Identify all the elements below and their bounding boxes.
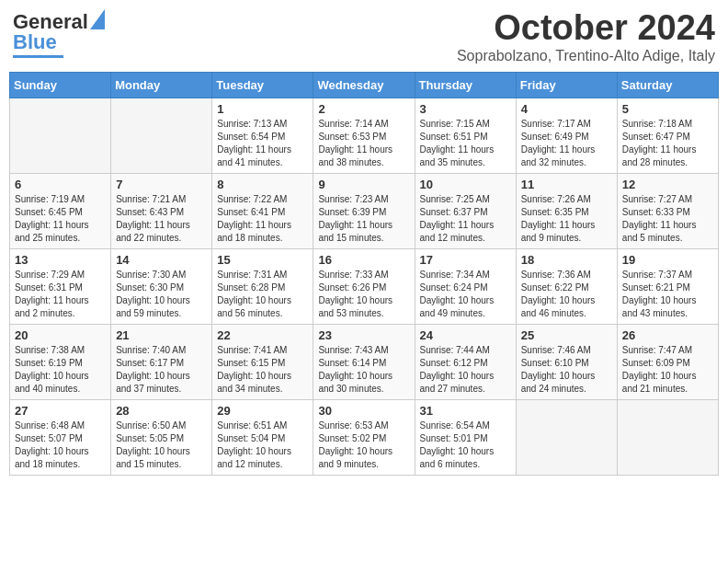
calendar-cell: 3Sunrise: 7:15 AM Sunset: 6:51 PM Daylig… xyxy=(415,98,516,173)
day-number: 3 xyxy=(420,102,511,116)
day-of-week-header: Thursday xyxy=(415,72,516,98)
day-info: Sunrise: 7:21 AM Sunset: 6:43 PM Dayligh… xyxy=(116,193,207,245)
day-info: Sunrise: 7:46 AM Sunset: 6:10 PM Dayligh… xyxy=(521,344,612,396)
day-number: 21 xyxy=(116,328,207,342)
calendar-cell: 6Sunrise: 7:19 AM Sunset: 6:45 PM Daylig… xyxy=(10,173,111,248)
title-section: October 2024 Soprabolzano, Trentino-Alto… xyxy=(457,9,715,64)
day-info: Sunrise: 7:34 AM Sunset: 6:24 PM Dayligh… xyxy=(420,269,511,320)
svg-marker-0 xyxy=(90,9,105,29)
day-info: Sunrise: 7:23 AM Sunset: 6:39 PM Dayligh… xyxy=(318,193,409,245)
calendar-cell xyxy=(516,399,617,475)
day-number: 28 xyxy=(116,404,207,418)
day-info: Sunrise: 7:37 AM Sunset: 6:21 PM Dayligh… xyxy=(622,269,713,320)
day-number: 13 xyxy=(15,253,106,267)
day-number: 31 xyxy=(420,404,511,418)
calendar-cell: 2Sunrise: 7:14 AM Sunset: 6:53 PM Daylig… xyxy=(313,98,415,173)
day-info: Sunrise: 7:29 AM Sunset: 6:31 PM Dayligh… xyxy=(15,269,106,320)
day-number: 4 xyxy=(521,102,612,116)
day-number: 7 xyxy=(116,178,207,191)
calendar-cell: 14Sunrise: 7:30 AM Sunset: 6:30 PM Dayli… xyxy=(111,248,212,324)
day-of-week-header: Sunday xyxy=(10,72,111,98)
day-info: Sunrise: 7:17 AM Sunset: 6:49 PM Dayligh… xyxy=(521,118,612,169)
day-info: Sunrise: 7:47 AM Sunset: 6:09 PM Dayligh… xyxy=(622,344,713,396)
day-of-week-header: Friday xyxy=(516,72,617,98)
calendar-cell: 12Sunrise: 7:27 AM Sunset: 6:33 PM Dayli… xyxy=(617,173,718,248)
day-number: 30 xyxy=(318,404,409,418)
day-info: Sunrise: 7:43 AM Sunset: 6:14 PM Dayligh… xyxy=(318,344,409,396)
day-info: Sunrise: 7:38 AM Sunset: 6:19 PM Dayligh… xyxy=(15,344,106,396)
calendar-cell xyxy=(10,98,111,173)
day-info: Sunrise: 7:13 AM Sunset: 6:54 PM Dayligh… xyxy=(217,118,308,169)
calendar-cell: 24Sunrise: 7:44 AM Sunset: 6:12 PM Dayli… xyxy=(415,324,516,399)
calendar-cell: 21Sunrise: 7:40 AM Sunset: 6:17 PM Dayli… xyxy=(111,324,212,399)
calendar-cell: 19Sunrise: 7:37 AM Sunset: 6:21 PM Dayli… xyxy=(617,248,718,324)
day-info: Sunrise: 7:31 AM Sunset: 6:28 PM Dayligh… xyxy=(217,269,308,320)
calendar-cell: 22Sunrise: 7:41 AM Sunset: 6:15 PM Dayli… xyxy=(212,324,313,399)
calendar-cell: 31Sunrise: 6:54 AM Sunset: 5:01 PM Dayli… xyxy=(415,399,516,475)
day-info: Sunrise: 7:40 AM Sunset: 6:17 PM Dayligh… xyxy=(116,344,207,396)
day-number: 19 xyxy=(622,253,713,267)
day-number: 18 xyxy=(521,253,612,267)
logo-triangle-icon xyxy=(90,9,105,33)
calendar-cell: 25Sunrise: 7:46 AM Sunset: 6:10 PM Dayli… xyxy=(516,324,617,399)
day-number: 10 xyxy=(420,178,511,191)
day-number: 11 xyxy=(521,178,612,191)
day-of-week-header: Tuesday xyxy=(212,72,313,98)
day-info: Sunrise: 7:22 AM Sunset: 6:41 PM Dayligh… xyxy=(217,193,308,245)
day-of-week-header: Wednesday xyxy=(313,72,415,98)
day-number: 20 xyxy=(15,328,106,342)
day-number: 9 xyxy=(318,178,409,191)
calendar-cell xyxy=(617,399,718,475)
calendar-cell: 29Sunrise: 6:51 AM Sunset: 5:04 PM Dayli… xyxy=(212,399,313,475)
day-number: 17 xyxy=(420,253,511,267)
calendar-cell: 30Sunrise: 6:53 AM Sunset: 5:02 PM Dayli… xyxy=(313,399,415,475)
calendar-cell: 8Sunrise: 7:22 AM Sunset: 6:41 PM Daylig… xyxy=(212,173,313,248)
calendar-cell: 1Sunrise: 7:13 AM Sunset: 6:54 PM Daylig… xyxy=(212,98,313,173)
calendar-table: SundayMondayTuesdayWednesdayThursdayFrid… xyxy=(9,72,719,476)
calendar-cell: 17Sunrise: 7:34 AM Sunset: 6:24 PM Dayli… xyxy=(415,248,516,324)
logo-blue-text: Blue xyxy=(13,31,57,53)
calendar-cell: 16Sunrise: 7:33 AM Sunset: 6:26 PM Dayli… xyxy=(313,248,415,324)
day-info: Sunrise: 7:27 AM Sunset: 6:33 PM Dayligh… xyxy=(622,193,713,245)
calendar-cell: 7Sunrise: 7:21 AM Sunset: 6:43 PM Daylig… xyxy=(111,173,212,248)
day-info: Sunrise: 7:26 AM Sunset: 6:35 PM Dayligh… xyxy=(521,193,612,245)
day-info: Sunrise: 7:30 AM Sunset: 6:30 PM Dayligh… xyxy=(116,269,207,320)
day-number: 8 xyxy=(217,178,308,191)
day-info: Sunrise: 6:50 AM Sunset: 5:05 PM Dayligh… xyxy=(116,419,207,471)
day-number: 23 xyxy=(318,328,409,342)
day-info: Sunrise: 7:25 AM Sunset: 6:37 PM Dayligh… xyxy=(420,193,511,245)
calendar-cell: 20Sunrise: 7:38 AM Sunset: 6:19 PM Dayli… xyxy=(10,324,111,399)
day-info: Sunrise: 7:41 AM Sunset: 6:15 PM Dayligh… xyxy=(217,344,308,396)
page-header: General Blue October 2024 Soprabolzano, … xyxy=(9,9,719,64)
day-of-week-header: Monday xyxy=(111,72,212,98)
day-number: 16 xyxy=(318,253,409,267)
calendar-cell: 15Sunrise: 7:31 AM Sunset: 6:28 PM Dayli… xyxy=(212,248,313,324)
day-of-week-header: Saturday xyxy=(617,72,718,98)
calendar-cell xyxy=(111,98,212,173)
day-info: Sunrise: 7:44 AM Sunset: 6:12 PM Dayligh… xyxy=(420,344,511,396)
day-info: Sunrise: 7:18 AM Sunset: 6:47 PM Dayligh… xyxy=(622,118,713,169)
day-info: Sunrise: 6:51 AM Sunset: 5:04 PM Dayligh… xyxy=(217,419,308,471)
calendar-cell: 9Sunrise: 7:23 AM Sunset: 6:39 PM Daylig… xyxy=(313,173,415,248)
day-number: 12 xyxy=(622,178,713,191)
day-info: Sunrise: 7:33 AM Sunset: 6:26 PM Dayligh… xyxy=(318,269,409,320)
day-number: 14 xyxy=(116,253,207,267)
calendar-cell: 13Sunrise: 7:29 AM Sunset: 6:31 PM Dayli… xyxy=(10,248,111,324)
calendar-cell: 23Sunrise: 7:43 AM Sunset: 6:14 PM Dayli… xyxy=(313,324,415,399)
calendar-cell: 5Sunrise: 7:18 AM Sunset: 6:47 PM Daylig… xyxy=(617,98,718,173)
day-number: 6 xyxy=(15,178,106,191)
day-info: Sunrise: 6:48 AM Sunset: 5:07 PM Dayligh… xyxy=(15,419,106,471)
day-info: Sunrise: 7:36 AM Sunset: 6:22 PM Dayligh… xyxy=(521,269,612,320)
day-number: 15 xyxy=(217,253,308,267)
day-info: Sunrise: 7:15 AM Sunset: 6:51 PM Dayligh… xyxy=(420,118,511,169)
calendar-cell: 11Sunrise: 7:26 AM Sunset: 6:35 PM Dayli… xyxy=(516,173,617,248)
day-info: Sunrise: 7:19 AM Sunset: 6:45 PM Dayligh… xyxy=(15,193,106,245)
day-info: Sunrise: 6:53 AM Sunset: 5:02 PM Dayligh… xyxy=(318,419,409,471)
location-title: Soprabolzano, Trentino-Alto Adige, Italy xyxy=(457,48,715,64)
calendar-cell: 18Sunrise: 7:36 AM Sunset: 6:22 PM Dayli… xyxy=(516,248,617,324)
day-number: 25 xyxy=(521,328,612,342)
logo: General Blue xyxy=(13,9,105,58)
day-number: 24 xyxy=(420,328,511,342)
day-number: 1 xyxy=(217,102,308,116)
day-number: 26 xyxy=(622,328,713,342)
